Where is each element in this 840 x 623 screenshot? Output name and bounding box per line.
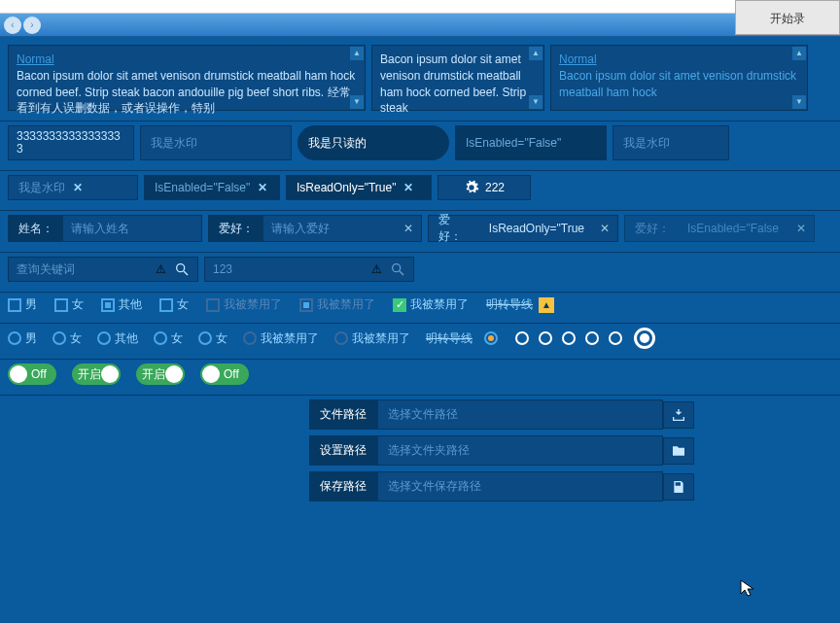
textbox-disabled: IsEnabled="False" [455,125,607,160]
toggle-2[interactable]: 开启 [72,363,121,385]
radio-blank-3[interactable] [562,331,576,345]
radio-blank-5[interactable] [609,331,622,345]
radio-male[interactable]: 男 [8,330,37,347]
checkbox-female-2[interactable]: 女 [159,296,189,313]
radio-other[interactable]: 其他 [97,330,138,347]
panel2-text: Bacon ipsum dolor sit amet venison drums… [380,52,526,115]
nav-dropdown-icon[interactable]: ▼ [45,20,52,29]
path-save-label: 保存路径 [309,471,377,502]
scroll-up-icon[interactable]: ▲ [350,47,364,60]
svg-line-3 [400,271,403,275]
checkbox-other[interactable]: 其他 [101,296,142,313]
checkbox-disabled-2: 我被禁用了 [299,296,375,313]
panel1-title[interactable]: Normal [17,52,54,66]
scroll-down-icon[interactable]: ▼ [529,95,542,109]
search-icon[interactable] [174,261,190,277]
radio-error-text: 明转导线 [426,330,472,347]
clear-icon: ✕ [403,181,413,194]
checkbox-disabled-1: 我被禁用了 [206,296,282,313]
path-folder-row: 设置路径 选择文件夹路径 [309,435,694,466]
text-panel-1: Normal Bacon ipsum dolor sit amet veniso… [8,45,366,111]
textbox-numbers[interactable]: 33333333333333333 [8,125,134,160]
search-icon[interactable] [390,261,405,277]
clear-icon: ✕ [592,222,617,235]
radio-disabled-1: 我被禁用了 [243,330,319,347]
radio-female-3[interactable]: 女 [198,330,228,347]
window-titlebar [0,0,840,14]
radio-big-selected[interactable] [634,328,655,349]
save-icon[interactable] [663,473,694,501]
toggle-4[interactable]: Off [200,363,249,385]
toggle-1[interactable]: Off [8,363,56,385]
warning-icon: ⚠ [368,261,384,277]
scroll-up-icon[interactable]: ▲ [792,47,806,60]
folder-icon[interactable] [663,437,694,465]
radio-blank-1[interactable] [515,331,529,345]
path-file-row: 文件路径 选择文件路径 [309,399,694,430]
path-folder-input[interactable]: 选择文件夹路径 [377,435,663,466]
search-input-1[interactable]: 查询关键词 ⚠ [8,257,198,282]
clear-icon: ✕ [258,181,267,194]
scroll-up-icon[interactable]: ▲ [529,47,542,60]
clear-icon[interactable]: ✕ [396,222,421,235]
radio-disabled-2: 我被禁用了 [334,330,410,347]
textbox-readonly-2: IsReadOnly="True"✕ [286,175,432,200]
radio-female-2[interactable]: 女 [154,330,183,347]
checkbox-checked-green[interactable]: 我被禁用了 [393,296,469,313]
clear-icon[interactable]: ✕ [73,181,83,194]
path-folder-label: 设置路径 [309,435,377,466]
text-panel-3: Normal Bacon ipsum dolor sit amet veniso… [550,45,808,111]
cursor-icon [739,578,758,598]
start-record-button[interactable]: 开始录 [735,0,840,35]
radio-blank-4[interactable] [585,331,599,345]
path-file-input[interactable]: 选择文件路径 [377,399,663,430]
scroll-down-icon[interactable]: ▼ [350,95,364,109]
textbox-disabled-2: IsEnabled="False"✕ [144,175,280,200]
labeled-input-hobby-disabled: 爱好：IsEnabled="False✕ [624,215,815,242]
textbox-watermark-2[interactable]: 我是水印 [612,125,729,160]
path-file-label: 文件路径 [309,399,377,430]
labeled-input-hobby[interactable]: 爱好：请输入爱好✕ [208,215,422,242]
svg-point-0 [177,264,185,272]
labeled-input-hobby-readonly: 爱好：IsReadOnly="True✕ [428,215,618,242]
nav-bar: ‹ › ▼ [0,14,840,37]
svg-point-2 [393,264,401,272]
svg-line-1 [184,271,188,275]
radio-blank-2[interactable] [539,331,552,345]
checkbox-male[interactable]: 男 [8,296,37,313]
radio-female[interactable]: 女 [52,330,82,347]
panel3-text: Bacon ipsum dolor sit amet venison drums… [559,69,796,99]
gear-icon [464,180,479,195]
text-panel-2: Bacon ipsum dolor sit amet venison drums… [371,45,544,111]
path-save-input[interactable]: 选择文件保存路径 [377,471,663,502]
textbox-gear[interactable]: 222 [438,175,531,200]
toggle-3[interactable]: 开启 [136,363,185,385]
scroll-down-icon[interactable]: ▼ [792,95,806,109]
warning-icon: ⚠ [153,261,168,277]
checkbox-error-text: 明转导线 [486,296,533,313]
file-open-icon[interactable] [663,401,694,429]
textbox-readonly: 我是只读的 [298,125,449,160]
textbox-watermark-3[interactable]: 我是水印✕ [8,175,138,200]
radio-selected-orange[interactable] [484,331,498,345]
nav-forward-button[interactable]: › [23,17,41,34]
labeled-input-name[interactable]: 姓名：请输入姓名 [8,215,202,242]
chevron-up-icon[interactable]: ▲ [539,297,554,313]
checkbox-female[interactable]: 女 [54,296,84,313]
search-input-2[interactable]: 123 ⚠ [204,257,414,282]
nav-back-button[interactable]: ‹ [4,17,21,34]
panel1-text: Bacon ipsum dolor sit amet venison drums… [17,69,355,116]
textbox-watermark-1[interactable]: 我是水印 [140,125,292,160]
panel3-title[interactable]: Normal [559,52,597,66]
clear-icon: ✕ [788,222,814,235]
path-save-row: 保存路径 选择文件保存路径 [309,471,694,502]
